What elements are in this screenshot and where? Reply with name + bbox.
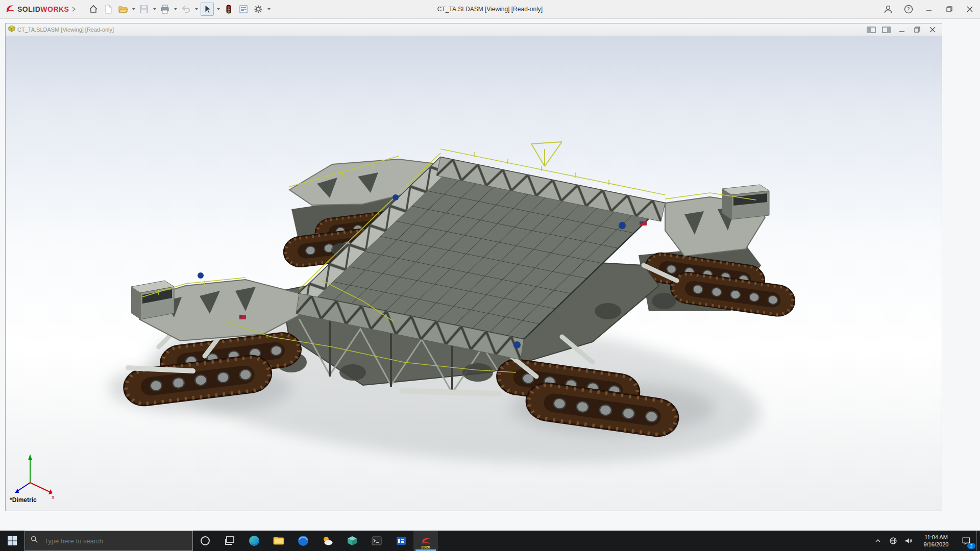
brand-text-solid: SOLID (17, 5, 40, 13)
graphics-viewport[interactable]: x *Dimetric (6, 36, 942, 511)
new-document-button[interactable] (102, 3, 114, 15)
file-properties-button[interactable] (237, 3, 250, 15)
app-titlebar: SOLIDWORKS (0, 0, 980, 19)
select-button[interactable] (201, 3, 214, 16)
open-dropdown-arrow[interactable] (132, 8, 135, 10)
options-dropdown-arrow[interactable] (267, 8, 271, 10)
pane-left-button[interactable] (865, 26, 877, 34)
media-app-icon[interactable] (389, 531, 413, 551)
rebuild-button[interactable] (223, 3, 235, 15)
search-icon (30, 535, 39, 546)
account-button[interactable] (878, 0, 898, 18)
clock-time: 11:04 AM (924, 534, 948, 541)
print-button[interactable] (159, 3, 171, 15)
close-button[interactable] (960, 0, 980, 18)
brand-text-works: WORKS (40, 5, 69, 13)
document-title: CT_TA.SLDASM [Viewing] [Read-only] (17, 27, 114, 33)
search-input[interactable] (43, 537, 173, 545)
quick-access-toolbar (87, 3, 271, 16)
edge-icon[interactable] (242, 531, 266, 551)
network-icon[interactable] (886, 531, 901, 551)
solidworks-logo: SOLIDWORKS (0, 3, 76, 15)
open-button[interactable] (117, 3, 129, 15)
doc-restore-button[interactable] (911, 26, 923, 34)
cad-cube-icon[interactable] (340, 531, 364, 551)
titlebar-controls: ? (878, 0, 980, 18)
svg-text:?: ? (907, 7, 910, 12)
doc-close-button[interactable] (926, 26, 939, 34)
right-control-cab (722, 185, 769, 219)
undo-dropdown-arrow[interactable] (195, 8, 198, 10)
doc-minimize-button[interactable] (896, 26, 908, 34)
file-explorer-icon[interactable] (266, 531, 291, 551)
app-window-title: CT_TA.SLDASM [Viewing] [Read-only] (437, 6, 543, 13)
windows-taskbar: 2020 11:04 AM 9/16/2020 2 (0, 531, 980, 551)
volume-icon[interactable] (901, 531, 916, 551)
save-button[interactable] (138, 3, 150, 15)
print-dropdown-arrow[interactable] (174, 8, 177, 10)
weather-icon[interactable] (315, 531, 340, 551)
solidworks-swoosh-icon (5, 3, 15, 15)
hidden-icons-chevron[interactable] (870, 531, 886, 551)
start-button[interactable] (0, 531, 24, 551)
minimize-button[interactable] (919, 0, 939, 18)
select-dropdown-arrow[interactable] (217, 8, 220, 10)
options-button[interactable] (252, 3, 264, 15)
left-control-cab (131, 281, 174, 319)
system-tray: 11:04 AM 9/16/2020 2 (870, 531, 980, 551)
browser-icon[interactable] (291, 531, 315, 551)
orientation-triad: x (15, 454, 55, 500)
view-orientation-label: *Dimetric (10, 496, 37, 504)
brand-expand-arrow-icon[interactable] (71, 5, 76, 14)
action-center-button[interactable]: 2 (956, 531, 976, 551)
taskbar-search[interactable] (24, 531, 193, 551)
document-titlebar[interactable]: CT_TA.SLDASM [Viewing] [Read-only] (6, 23, 942, 36)
solidworks-taskbar-icon[interactable]: 2020 (413, 531, 438, 551)
document-window-controls (865, 26, 942, 34)
task-view-button[interactable] (217, 531, 242, 551)
undo-button[interactable] (180, 3, 192, 15)
maximize-button[interactable] (939, 0, 960, 18)
crawler-transporter-model: x (6, 36, 942, 511)
taskbar-clock[interactable]: 11:04 AM 9/16/2020 (916, 531, 956, 551)
mdi-workspace: CT_TA.SLDASM [Viewing] [Read-only] (0, 19, 980, 531)
save-dropdown-arrow[interactable] (153, 8, 156, 10)
help-button[interactable]: ? (898, 0, 919, 18)
pane-right-button[interactable] (880, 26, 893, 34)
solidworks-version-badge: 2020 (413, 545, 438, 549)
notification-badge: 2 (967, 543, 975, 549)
home-button[interactable] (87, 3, 100, 15)
clock-date: 9/16/2020 (924, 541, 949, 548)
show-desktop-button[interactable] (976, 531, 980, 551)
assembly-document-icon (8, 25, 15, 34)
triad-x-label: x (52, 494, 55, 500)
document-window: CT_TA.SLDASM [Viewing] [Read-only] (5, 23, 942, 511)
cortana-button[interactable] (193, 531, 217, 551)
terminal-icon[interactable] (364, 531, 389, 551)
